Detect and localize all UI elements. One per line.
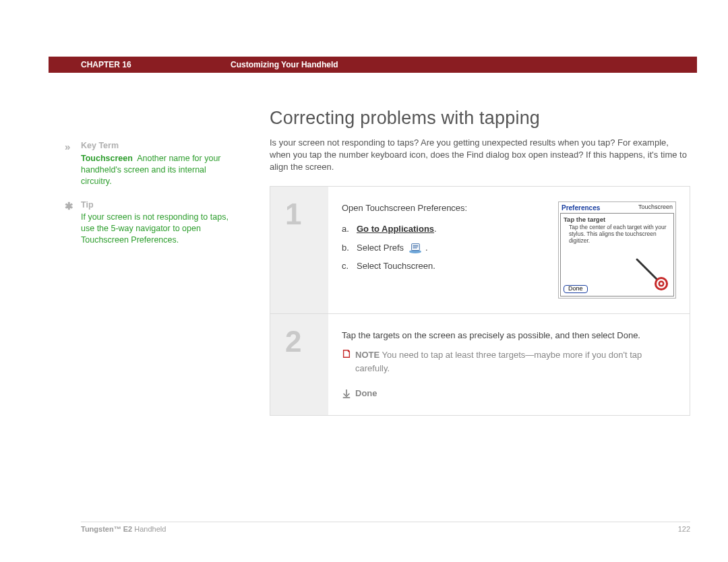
target-icon xyxy=(653,276,669,292)
steps-container: 1 Open Touchscreen Preferences: a. Go to… xyxy=(270,186,690,416)
page-number: 122 xyxy=(678,525,690,533)
done-label: Done xyxy=(355,387,377,400)
ss-done-button[interactable]: Done xyxy=(564,285,588,293)
touchscreen-prefs-screenshot: Preferences Touchscreen Tap the target T… xyxy=(558,201,676,299)
product-name: Tungsten™ E2 Handheld xyxy=(81,525,166,533)
item-letter: a. xyxy=(342,222,353,236)
tip-label: Tip xyxy=(81,199,94,211)
step-number: 2 xyxy=(270,314,328,415)
chapter-label: CHAPTER 16 xyxy=(81,60,131,69)
ss-body: Tap the target Tap the center of each ta… xyxy=(560,213,674,296)
chapter-header: CHAPTER 16 Customizing Your Handheld xyxy=(49,57,697,73)
go-to-applications-link[interactable]: Go to Applications. xyxy=(357,222,437,236)
prefs-icon xyxy=(408,242,421,253)
item-suffix: . xyxy=(425,241,428,255)
ss-category-label: Touchscreen xyxy=(638,204,673,212)
key-term-body: Touchscreen Another name for your handhe… xyxy=(81,153,236,187)
done-arrow-icon xyxy=(342,389,351,398)
step-1-item-c: c. Select Touchscreen. xyxy=(342,259,542,273)
tip-body: If your screen is not responding to taps… xyxy=(81,212,236,246)
svg-point-9 xyxy=(660,282,663,285)
item-letter: c. xyxy=(342,259,353,273)
step-2-text: Tap the targets on the screen as precise… xyxy=(342,329,676,342)
step-number: 1 xyxy=(270,187,328,313)
key-term-term: Touchscreen xyxy=(81,154,133,163)
tip-glyph-icon: ✱ xyxy=(65,199,73,213)
ss-preferences-label: Preferences xyxy=(562,204,600,212)
step-1-text: Open Touchscreen Preferences: a. Go to A… xyxy=(342,201,542,299)
note-row: NOTE You need to tap at least three targ… xyxy=(342,348,676,375)
tip-block: ✱ Tip If your screen is not responding t… xyxy=(81,199,236,247)
item-text: Select Touchscreen. xyxy=(357,259,435,273)
done-row: Done xyxy=(342,387,676,400)
step-1-item-a: a. Go to Applications. xyxy=(342,222,542,236)
note-icon xyxy=(342,349,351,358)
key-term-label: Key Term xyxy=(81,140,119,152)
step-1-item-b: b. Select Prefs . xyxy=(342,241,542,255)
step-1: 1 Open Touchscreen Preferences: a. Go to… xyxy=(270,187,690,314)
item-text: Select Prefs xyxy=(357,241,404,255)
note-content: NOTE You need to tap at least three targ… xyxy=(355,348,676,375)
step-2: 2 Tap the targets on the screen as preci… xyxy=(270,314,690,415)
step-2-body: Tap the targets on the screen as precise… xyxy=(328,314,690,415)
note-text: You need to tap at least three targets—m… xyxy=(355,350,642,373)
step-1-body: Open Touchscreen Preferences: a. Go to A… xyxy=(328,187,690,313)
item-letter: b. xyxy=(342,241,353,255)
svg-rect-1 xyxy=(412,244,420,251)
page-footer: Tungsten™ E2 Handheld 122 xyxy=(81,522,690,533)
step-1-lead: Open Touchscreen Preferences: xyxy=(342,201,542,215)
main-content: Correcting problems with tapping Is your… xyxy=(270,108,690,416)
sidebar: » Key Term Touchscreen Another name for … xyxy=(81,140,236,258)
page-title: Correcting problems with tapping xyxy=(270,108,690,129)
ss-heading: Tap the target xyxy=(564,216,671,223)
intro-paragraph: Is your screen not responding to taps? A… xyxy=(270,137,690,174)
note-label: NOTE xyxy=(355,350,380,360)
ss-paragraph: Tap the center of each target with your … xyxy=(564,224,671,244)
key-term-block: » Key Term Touchscreen Another name for … xyxy=(81,140,236,187)
key-term-glyph-icon: » xyxy=(65,140,70,154)
chapter-title: Customizing Your Handheld xyxy=(231,60,338,69)
